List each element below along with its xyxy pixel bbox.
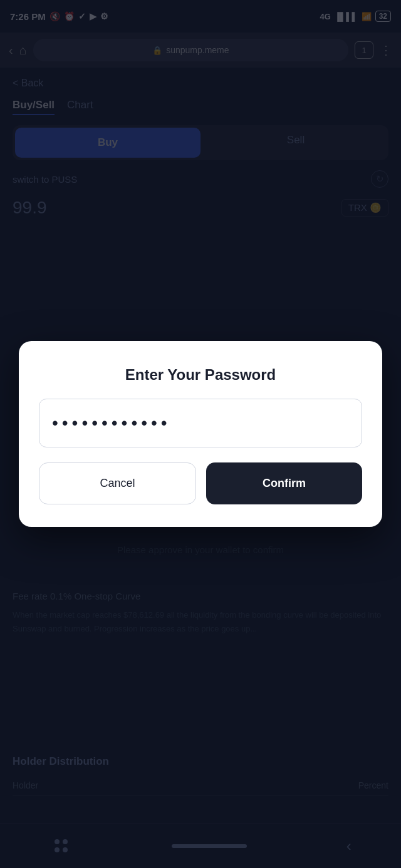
password-input[interactable] <box>39 399 362 447</box>
modal-title: Enter Your Password <box>125 366 276 384</box>
password-modal: Enter Your Password Cancel Confirm <box>19 341 382 527</box>
modal-buttons: Cancel Confirm <box>39 462 362 504</box>
modal-overlay: Enter Your Password Cancel Confirm <box>0 0 401 868</box>
cancel-button[interactable]: Cancel <box>39 462 196 504</box>
confirm-button[interactable]: Confirm <box>206 462 362 504</box>
